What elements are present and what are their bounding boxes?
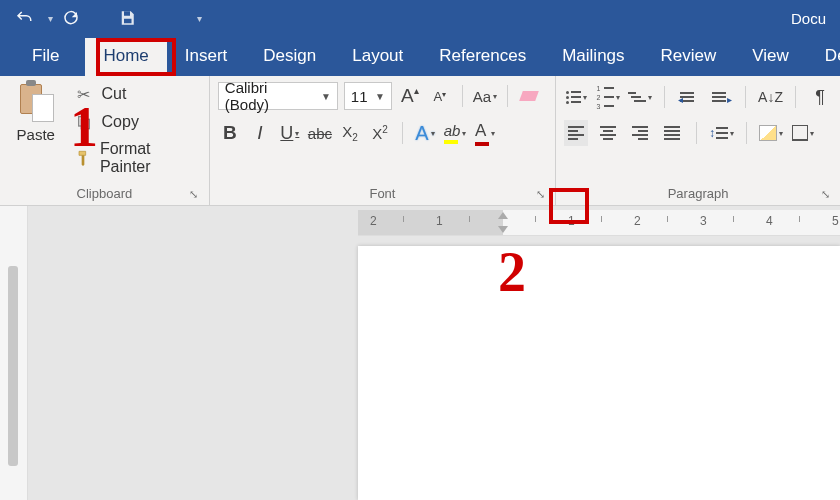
text-effects-icon: A	[415, 122, 428, 145]
font-group-label: Font	[369, 186, 395, 201]
tab-view[interactable]: View	[734, 38, 807, 76]
paragraph-group-label: Paragraph	[668, 186, 729, 201]
tab-review[interactable]: Review	[643, 38, 735, 76]
borders-button[interactable]: ▾	[791, 120, 815, 146]
paste-label: Paste	[17, 126, 55, 143]
font-color-icon: A	[475, 121, 489, 146]
svg-rect-0	[124, 11, 130, 16]
superscript-button[interactable]: X2	[368, 120, 392, 146]
scissors-icon: ✂	[74, 84, 94, 104]
grow-font-button[interactable]: A▴	[398, 83, 422, 109]
tab-file[interactable]: File	[10, 38, 85, 76]
clipboard-launcher-icon[interactable]: ⤡	[187, 187, 201, 201]
chevron-down-icon: ▾	[730, 129, 734, 138]
chevron-down-icon: ▼	[321, 91, 331, 102]
justify-button[interactable]	[660, 120, 684, 146]
paintbrush-icon	[74, 148, 92, 168]
tab-home[interactable]: Home	[85, 38, 166, 76]
underline-icon: U	[280, 123, 293, 144]
vertical-scrollbar[interactable]	[8, 266, 18, 466]
font-launcher-icon[interactable]: ⤡	[533, 187, 547, 201]
save-button[interactable]	[113, 4, 141, 32]
paste-icon	[18, 82, 54, 122]
italic-button[interactable]: I	[248, 120, 272, 146]
font-size-value: 11	[351, 88, 368, 105]
clipboard-group-label: Clipboard	[77, 186, 133, 201]
highlight-button[interactable]: ab▾	[443, 120, 467, 146]
first-line-indent-marker[interactable]	[498, 212, 508, 219]
font-name-combo[interactable]: Calibri (Body)▼	[218, 82, 338, 110]
shading-button[interactable]: ▾	[759, 120, 783, 146]
repeat-button[interactable]	[57, 4, 85, 32]
subscript-icon: X2	[342, 123, 358, 143]
paragraph-launcher-icon[interactable]: ⤡	[818, 187, 832, 201]
bold-icon: B	[223, 122, 237, 144]
strikethrough-button[interactable]: abc	[308, 120, 332, 146]
align-right-icon	[632, 126, 648, 140]
separator	[664, 86, 665, 108]
chevron-down-icon: ▾	[295, 129, 299, 138]
chevron-down-icon: ▾	[810, 129, 814, 138]
change-case-button[interactable]: Aa▾	[473, 83, 497, 109]
document-page[interactable]	[358, 246, 840, 500]
bold-button[interactable]: B	[218, 120, 242, 146]
decrease-indent-icon: ◂	[680, 92, 698, 102]
align-center-icon	[600, 126, 616, 140]
tab-references[interactable]: References	[421, 38, 544, 76]
text-effects-button[interactable]: A▾	[413, 120, 437, 146]
hruler-mark: 2	[634, 214, 641, 228]
hruler-mark: 3	[700, 214, 707, 228]
shrink-font-button[interactable]: A▾	[428, 83, 452, 109]
document-title: Docu	[791, 10, 830, 27]
copy-icon	[74, 112, 94, 132]
paste-button[interactable]: Paste	[8, 80, 64, 184]
multilevel-list-button[interactable]: ▾	[628, 84, 652, 110]
format-painter-button[interactable]: Format Painter	[70, 138, 201, 178]
copy-button[interactable]: Copy	[70, 110, 201, 134]
numbering-icon: 1 2 3	[597, 85, 614, 110]
line-spacing-button[interactable]: ↕▾	[709, 120, 734, 146]
separator	[746, 122, 747, 144]
separator	[402, 122, 403, 144]
horizontal-ruler[interactable]: 2 1 1 2 3 4 5	[358, 210, 840, 236]
font-color-button[interactable]: A▾	[473, 120, 497, 146]
bullets-button[interactable]: ▾	[564, 84, 588, 110]
separator	[507, 85, 508, 107]
ribbon: Paste ✂ Cut Copy Format Painter	[0, 76, 840, 206]
numbering-button[interactable]: 1 2 3 ▾	[596, 84, 620, 110]
chevron-down-icon: ▾	[431, 129, 435, 138]
align-center-button[interactable]	[596, 120, 620, 146]
line-spacing-icon: ↕	[709, 126, 728, 140]
font-name-value: Calibri (Body)	[225, 79, 315, 113]
qat-customize-icon[interactable]: ▾	[197, 13, 202, 24]
hanging-indent-marker[interactable]	[498, 226, 508, 233]
subscript-button[interactable]: X2	[338, 120, 362, 146]
hruler-mark: 2	[370, 214, 377, 228]
tab-mailings[interactable]: Mailings	[544, 38, 642, 76]
cut-button[interactable]: ✂ Cut	[70, 82, 201, 106]
undo-button[interactable]	[10, 4, 38, 32]
tab-developer[interactable]: Deve	[807, 38, 840, 76]
svg-rect-1	[124, 19, 132, 24]
decrease-indent-button[interactable]: ◂	[677, 84, 701, 110]
show-marks-button[interactable]: ¶	[808, 84, 832, 110]
change-case-icon: Aa	[473, 88, 491, 105]
justify-icon	[664, 126, 680, 140]
sort-button[interactable]: A↓Z	[758, 84, 783, 110]
font-size-combo[interactable]: 11▼	[344, 82, 392, 110]
clear-formatting-button[interactable]	[518, 83, 542, 109]
separator	[795, 86, 796, 108]
hruler-mark: 1	[436, 214, 443, 228]
tab-layout[interactable]: Layout	[334, 38, 421, 76]
increase-indent-icon: ▸	[712, 92, 730, 102]
tab-insert[interactable]: Insert	[167, 38, 246, 76]
increase-indent-button[interactable]: ▸	[709, 84, 733, 110]
group-font: Calibri (Body)▼ 11▼ A▴ A▾ Aa▾ B I U▾ abc…	[210, 76, 556, 205]
underline-button[interactable]: U▾	[278, 120, 302, 146]
title-bar: ▾ ▾ Docu	[0, 0, 840, 36]
chevron-down-icon: ▾	[583, 93, 587, 102]
tab-design[interactable]: Design	[245, 38, 334, 76]
align-right-button[interactable]	[628, 120, 652, 146]
align-left-button[interactable]	[564, 120, 588, 146]
document-workspace: ∟ 2 1 1 2 1 1 2 3 4 5	[0, 206, 840, 500]
